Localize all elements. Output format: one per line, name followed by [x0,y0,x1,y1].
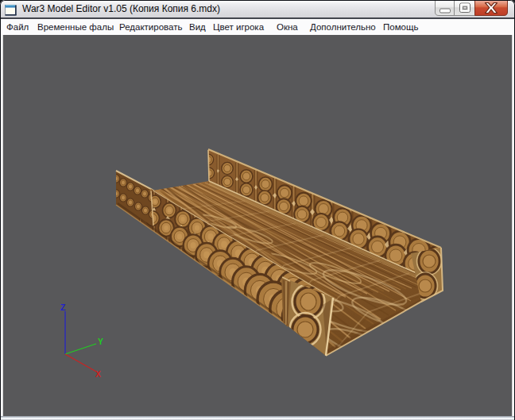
svg-text:X: X [95,369,101,379]
svg-text:Y: Y [98,337,103,346]
svg-text:Z: Z [60,302,66,312]
